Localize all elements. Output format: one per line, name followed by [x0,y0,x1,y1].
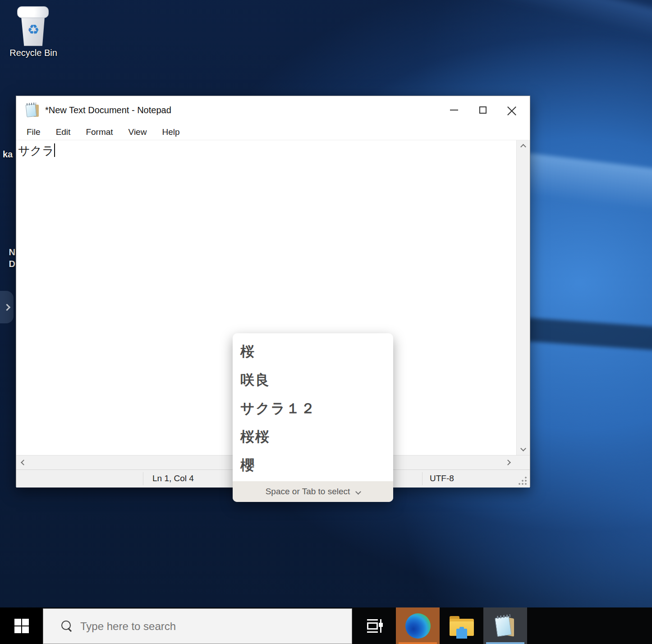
recycle-bin-label: Recycle Bin [5,48,61,58]
statusbar-separator [422,472,422,485]
composition-text: サクラ [18,144,54,157]
partial-label-line: D [0,258,15,270]
minimize-button[interactable] [440,96,468,124]
menu-view[interactable]: View [124,127,152,137]
partial-label-line: N [0,246,15,258]
minimize-icon [450,110,458,110]
vertical-scrollbar[interactable] [516,140,530,455]
chevron-right-icon [3,304,10,311]
scroll-left-icon[interactable] [21,460,27,465]
search-icon [61,621,73,632]
recycle-bin-paper [17,6,49,18]
notepad-active-indicator [486,642,524,644]
ime-candidate[interactable]: サクラ１２ [233,394,393,423]
ime-candidate-list: 桜 咲良 サクラ１２ 桜桜 櫻 [233,333,393,481]
scroll-up-icon[interactable] [520,144,526,150]
cursor-position-status: Ln 1, Col 4 [152,474,194,483]
menu-format[interactable]: Format [81,127,117,137]
chevron-down-icon [355,489,361,495]
encoding-status: UTF-8 [430,474,454,483]
ime-footer-hint: Space or Tab to select [266,487,350,497]
edge-taskbar-button[interactable] [396,607,440,644]
notepad-taskbar-button[interactable] [483,607,527,644]
ime-candidate[interactable]: 櫻 [233,451,393,479]
window-title: *New Text Document - Notepad [45,105,171,115]
recycle-bin-glyph: ♻ [16,6,51,48]
edge-active-indicator [399,642,437,644]
scroll-right-icon[interactable] [505,460,511,465]
ime-footer[interactable]: Space or Tab to select [233,481,393,502]
close-button[interactable] [497,96,526,124]
task-view-icon [365,618,383,634]
menu-file[interactable]: File [22,127,45,137]
maximize-button[interactable] [468,96,497,124]
notepad-icon [494,614,517,638]
edge-flyout-handle[interactable] [0,291,14,323]
titlebar[interactable]: *New Text Document - Notepad [16,96,530,124]
ime-candidate[interactable]: 桜桜 [233,423,393,451]
edge-icon [405,613,431,639]
task-view-button[interactable] [352,607,396,644]
recycle-bin-icon[interactable]: ♻ Recycle Bin [5,6,61,58]
menu-help[interactable]: Help [157,127,184,137]
taskbar-search[interactable] [43,608,352,644]
desktop-icon-label-partial: N D [0,246,15,270]
taskbar [0,607,652,644]
ime-candidate-window: 桜 咲良 サクラ１２ 桜桜 櫻 Space or Tab to select [233,333,393,502]
close-icon [507,106,516,115]
search-input[interactable] [80,620,352,633]
file-explorer-icon [450,616,474,636]
maximize-icon [479,106,487,114]
notepad-icon-page [26,104,37,117]
ime-candidate[interactable]: 咲良 [233,366,393,394]
recycle-symbol-icon: ♻ [16,22,51,37]
start-button[interactable] [0,607,43,644]
resize-grip[interactable] [518,476,527,485]
file-explorer-taskbar-button[interactable] [440,607,483,644]
window-controls [440,96,526,124]
scroll-down-icon[interactable] [520,446,526,451]
ime-candidate[interactable]: 桜 [233,337,393,366]
notepad-app-icon [25,102,40,118]
desktop-icon-label-partial: ka [3,149,13,160]
windows-logo-icon [14,619,29,633]
menu-edit[interactable]: Edit [51,127,75,137]
text-caret [54,143,55,157]
statusbar-separator [143,472,143,485]
menu-bar: File Edit Format View Help [16,124,530,140]
